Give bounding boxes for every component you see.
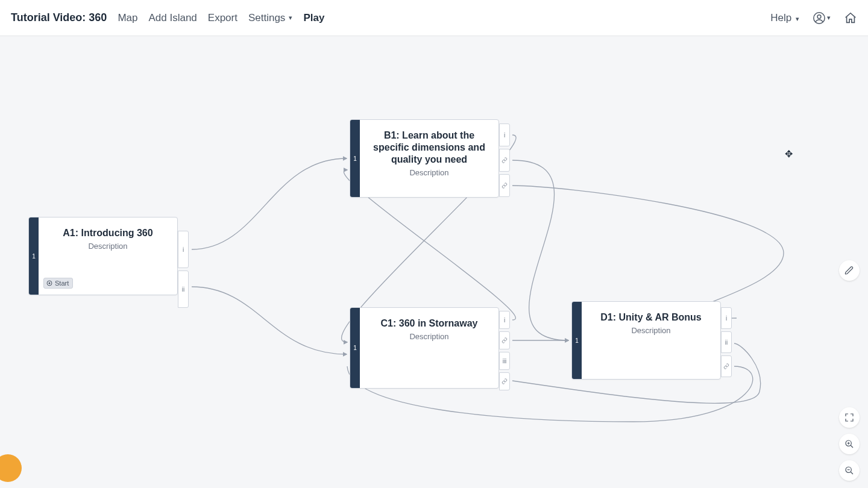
- target-icon: [46, 280, 52, 286]
- pencil-icon: [844, 266, 854, 275]
- island-index-badge: 1: [572, 302, 582, 379]
- island-index-badge: 1: [29, 217, 39, 295]
- move-cursor-icon: ✥: [785, 148, 793, 160]
- island-title: D1: Unity & AR Bonus: [589, 311, 713, 324]
- link-icon: [723, 363, 729, 369]
- edge-b-to-d: [512, 160, 568, 340]
- account-menu[interactable]: ▾: [813, 11, 831, 25]
- start-badge: Start: [43, 278, 73, 289]
- output-tab-ii[interactable]: ii: [178, 271, 189, 308]
- link-icon: [502, 337, 508, 343]
- output-tab-i[interactable]: i: [178, 231, 189, 268]
- menu-export[interactable]: Export: [208, 12, 237, 24]
- island-index-badge: 1: [350, 120, 360, 197]
- island-b1[interactable]: 1 B1: Learn about the specific dimension…: [350, 119, 499, 198]
- link-icon: [502, 378, 508, 384]
- menu-add-island[interactable]: Add Island: [148, 12, 197, 24]
- output-tab-i[interactable]: i: [499, 124, 510, 146]
- island-b1-outputs: i: [499, 124, 510, 197]
- link-icon: [502, 157, 508, 163]
- expand-icon: [844, 413, 854, 422]
- island-d1[interactable]: 1 D1: Unity & AR Bonus Description: [571, 301, 721, 380]
- island-c1-outputs: i iii: [499, 311, 510, 390]
- zoom-in-icon: [844, 439, 854, 449]
- svg-point-3: [49, 283, 51, 284]
- main-menu: Map Add Island Export Settings ▾ Play: [118, 12, 324, 24]
- chevron-down-icon: ▾: [827, 14, 831, 22]
- header-right-controls: Help ▾ ▾: [770, 11, 857, 25]
- chevron-down-icon: ▾: [289, 14, 292, 22]
- start-label: Start: [55, 280, 69, 287]
- edge-b-loop: [512, 186, 784, 318]
- island-description: Description: [46, 242, 170, 251]
- island-title: C1: 360 in Stornaway: [367, 318, 491, 330]
- island-a1[interactable]: 1 A1: Introducing 360 Description Start: [28, 217, 178, 295]
- link-icon: [502, 183, 508, 189]
- home-button[interactable]: [844, 11, 857, 25]
- top-bar: Tutorial Video: 360 Map Add Island Expor…: [0, 0, 868, 36]
- canvas-tools: [839, 260, 860, 281]
- help-label: Help: [770, 12, 791, 23]
- island-description: Description: [589, 326, 713, 335]
- island-title: A1: Introducing 360: [46, 227, 170, 239]
- menu-play[interactable]: Play: [303, 12, 324, 24]
- zoom-out-button[interactable]: [839, 460, 860, 481]
- edge-a-to-c: [192, 287, 347, 354]
- edit-button[interactable]: [839, 260, 860, 281]
- output-tab-link[interactable]: [721, 355, 732, 377]
- menu-map[interactable]: Map: [118, 12, 137, 24]
- fit-to-screen-button[interactable]: [839, 407, 860, 428]
- zoom-out-icon: [844, 466, 854, 475]
- island-title: B1: Learn about the specific dimensions …: [367, 130, 491, 166]
- edge-a-to-b: [192, 158, 347, 249]
- svg-line-9: [851, 472, 853, 474]
- output-tab-iii[interactable]: iii: [499, 352, 510, 370]
- chevron-down-icon: ▾: [796, 15, 799, 22]
- user-circle-icon: [813, 11, 826, 25]
- svg-point-1: [817, 14, 821, 18]
- project-title: Tutorial Video: 360: [11, 11, 107, 24]
- zoom-in-button[interactable]: [839, 434, 860, 454]
- island-c1[interactable]: 1 C1: 360 in Stornaway Description: [350, 307, 499, 389]
- output-tab-link[interactable]: [499, 174, 510, 197]
- output-tab-ii[interactable]: ii: [721, 331, 732, 353]
- svg-line-5: [851, 445, 853, 448]
- menu-settings-label: Settings: [248, 12, 285, 24]
- output-tab-link[interactable]: [499, 331, 510, 349]
- home-icon: [844, 11, 857, 25]
- help-bubble-button[interactable]: [0, 454, 22, 482]
- output-tab-link[interactable]: [499, 372, 510, 390]
- output-tab-i[interactable]: i: [721, 307, 732, 329]
- output-tab-link[interactable]: [499, 149, 510, 172]
- output-tab-i[interactable]: i: [499, 311, 510, 329]
- island-description: Description: [367, 168, 491, 177]
- menu-settings[interactable]: Settings ▾: [248, 12, 292, 24]
- island-d1-outputs: i ii: [721, 307, 732, 377]
- island-description: Description: [367, 332, 491, 341]
- story-map-canvas[interactable]: 1 A1: Introducing 360 Description Start …: [0, 36, 868, 488]
- island-index-badge: 1: [350, 308, 360, 388]
- island-a1-outputs: i ii: [178, 231, 189, 308]
- zoom-controls: [839, 407, 860, 481]
- help-menu[interactable]: Help ▾: [770, 12, 799, 24]
